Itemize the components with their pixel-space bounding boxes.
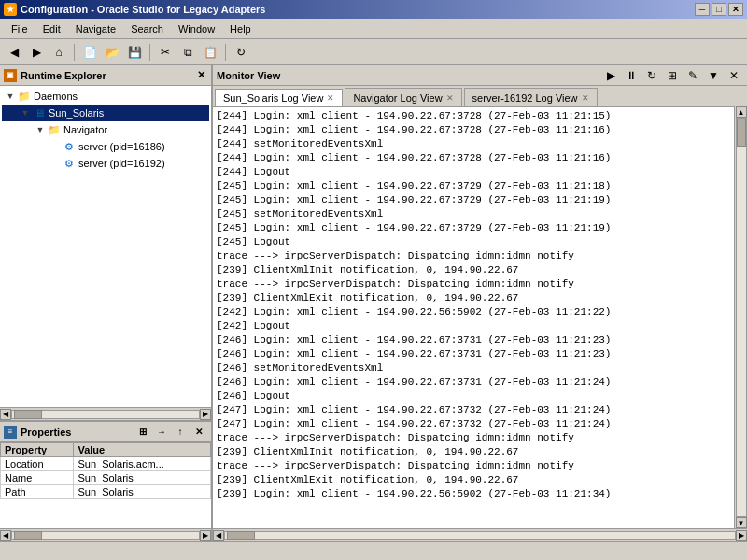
monitor-arrow[interactable]: ▼ <box>704 67 723 84</box>
tab-sun-solaris-close[interactable]: ✕ <box>327 93 334 103</box>
tree-scroll-track[interactable] <box>11 410 200 419</box>
app-icon: ★ <box>4 3 17 16</box>
properties-header: ≡ Properties ⊞ → ↑ ✕ <box>0 422 211 442</box>
tree-scroll-thumb[interactable] <box>14 410 42 419</box>
tree-item-daemons[interactable]: ▼ 📁 Daemons <box>2 88 209 105</box>
properties-icon: ≡ <box>4 426 17 439</box>
copy-button[interactable]: ⧉ <box>177 42 198 63</box>
props-col-property: Property <box>1 443 74 457</box>
log-line-26: [239] ClientXmlExit notification, 0, 194… <box>217 473 730 487</box>
monitor-edit[interactable]: ✎ <box>684 67 702 84</box>
menu-bar: File Edit Navigate Search Window Help <box>0 19 747 39</box>
title-bar-text: Configuration - Oracle Studio for Legacy… <box>21 4 265 15</box>
maximize-button[interactable]: □ <box>712 3 726 16</box>
log-line-19: [246] Login: xml client - 194.90.22.67:3… <box>217 375 730 389</box>
open-button[interactable]: 📂 <box>102 42 122 63</box>
log-line-21: [247] Login: xml client - 194.90.22.67:3… <box>217 403 730 417</box>
props-scroll-thumb[interactable] <box>14 531 42 540</box>
tree-item-sun-solaris[interactable]: ▼ 🖥 Sun_Solaris <box>2 105 209 121</box>
tab-navigator-log[interactable]: Navigator Log View ✕ <box>345 88 461 106</box>
monitor-close[interactable]: ✕ <box>725 67 743 84</box>
log-line-27: [239] Login: xml client - 194.90.22.56:5… <box>217 487 730 501</box>
menu-edit[interactable]: Edit <box>35 21 68 36</box>
log-line-1: [244] Login: xml client - 194.90.22.67:3… <box>217 123 730 137</box>
expand-daemons[interactable]: ▼ <box>4 90 17 103</box>
props-scroll-track[interactable] <box>11 531 200 540</box>
home-button[interactable]: ⌂ <box>49 42 69 63</box>
props-cell-path-val: Sun_Solaris <box>74 485 211 499</box>
monitor-pause[interactable]: ⏸ <box>622 67 641 84</box>
props-btn-2[interactable]: → <box>153 424 170 441</box>
log-scroll-thumb[interactable] <box>737 119 746 147</box>
tree-scroll-left[interactable]: ◀ <box>0 409 11 420</box>
tab-sun-solaris-log[interactable]: Sun_Solaris Log View ✕ <box>215 89 343 107</box>
menu-help[interactable]: Help <box>222 21 259 36</box>
menu-navigate[interactable]: Navigate <box>68 21 123 36</box>
monitor-layout[interactable]: ⊞ <box>663 67 682 84</box>
log-scroll-left[interactable]: ◀ <box>213 530 224 541</box>
tab-navigator-log-label: Navigator Log View <box>353 92 442 104</box>
monitor-play[interactable]: ▶ <box>601 67 620 84</box>
props-row-name: Name Sun_Solaris <box>1 471 211 485</box>
menu-file[interactable]: File <box>4 21 35 36</box>
props-scrollbar-h: ◀ ▶ <box>0 528 211 541</box>
log-scroll-down[interactable]: ▼ <box>736 517 747 528</box>
props-btn-3[interactable]: ↑ <box>172 424 189 441</box>
expand-navigator[interactable]: ▼ <box>34 123 47 136</box>
forward-button[interactable]: ▶ <box>26 42 47 63</box>
main-area: ▣ Runtime Explorer ✕ ▼ 📁 Daemons ▼ 🖥 Sun… <box>0 65 747 541</box>
log-line-23: trace ---> irpcServerDispatch: Dispatcin… <box>217 431 730 445</box>
log-scroll-track[interactable] <box>736 118 747 517</box>
props-btn-1[interactable]: ⊞ <box>134 424 151 441</box>
log-line-15: [242] Logout <box>217 319 730 333</box>
props-scroll-left[interactable]: ◀ <box>0 530 11 541</box>
log-scroll-htrack[interactable] <box>224 531 736 540</box>
log-line-5: [245] Login: xml client - 194.90.22.67:3… <box>217 179 730 193</box>
log-line-9: [245] Logout <box>217 235 730 249</box>
tree-scroll-right[interactable]: ▶ <box>200 409 211 420</box>
cut-button[interactable]: ✂ <box>155 42 176 63</box>
paste-button[interactable]: 📋 <box>200 42 220 63</box>
properties-title: Properties <box>21 427 71 438</box>
props-cell-location-key: Location <box>1 457 74 471</box>
log-line-2: [244] setMonitoredEventsXml <box>217 137 730 151</box>
runtime-explorer-close[interactable]: ✕ <box>194 69 207 82</box>
log-line-13: [239] ClientXmlExit notification, 0, 194… <box>217 291 730 305</box>
monitor-refresh[interactable]: ↻ <box>642 67 661 84</box>
right-panel: Monitor View ▶ ⏸ ↻ ⊞ ✎ ▼ ✕ Sun_Solaris L… <box>213 65 747 541</box>
tree-label-server-16192: server (pid=16192) <box>78 158 165 169</box>
save-button[interactable]: 💾 <box>124 42 145 63</box>
tab-server16192-log[interactable]: server-16192 Log View ✕ <box>464 88 598 106</box>
tab-navigator-close[interactable]: ✕ <box>446 93 454 103</box>
close-button[interactable]: ✕ <box>728 3 743 16</box>
tab-server16192-close[interactable]: ✕ <box>582 93 589 103</box>
log-line-6: [245] Login: xml client - 194.90.22.67:3… <box>217 193 730 207</box>
menu-search[interactable]: Search <box>123 21 171 36</box>
left-panel: ▣ Runtime Explorer ✕ ▼ 📁 Daemons ▼ 🖥 Sun… <box>0 65 213 541</box>
minimize-button[interactable]: ─ <box>695 3 710 16</box>
tree-area[interactable]: ▼ 📁 Daemons ▼ 🖥 Sun_Solaris ▼ 📁 Navigato… <box>0 86 211 407</box>
tree-label-daemons: Daemons <box>34 91 78 102</box>
back-button[interactable]: ◀ <box>4 42 24 63</box>
expand-sun-solaris[interactable]: ▼ <box>19 106 32 119</box>
log-scroll-up[interactable]: ▲ <box>736 106 747 118</box>
tree-item-server-16192[interactable]: ⚙ server (pid=16192) <box>2 155 209 172</box>
props-scroll-right[interactable]: ▶ <box>200 530 211 541</box>
log-scroll-hthumb[interactable] <box>227 531 255 540</box>
refresh-button[interactable]: ↻ <box>231 42 251 63</box>
tree-item-navigator[interactable]: ▼ 📁 Navigator <box>2 121 209 138</box>
folder-icon-daemons: 📁 <box>17 89 32 104</box>
properties-panel: ≡ Properties ⊞ → ↑ ✕ Property Value <box>0 420 211 541</box>
monitor-view-title: Monitor View <box>217 70 280 81</box>
new-button[interactable]: 📄 <box>79 42 100 63</box>
tree-item-server-16186[interactable]: ⚙ server (pid=16186) <box>2 138 209 155</box>
tab-server16192-log-label: server-16192 Log View <box>472 92 578 104</box>
menu-window[interactable]: Window <box>171 21 222 36</box>
tab-sun-solaris-log-label: Sun_Solaris Log View <box>223 92 323 104</box>
props-close[interactable]: ✕ <box>190 424 207 441</box>
server-icon-16192: ⚙ <box>62 156 77 171</box>
status-bar <box>0 541 747 560</box>
log-line-10: trace ---> irpcServerDispatch: Dispatcin… <box>217 249 730 263</box>
log-content[interactable]: [244] Login: xml client - 194.90.22.67:3… <box>213 106 734 528</box>
log-scroll-right[interactable]: ▶ <box>736 530 747 541</box>
